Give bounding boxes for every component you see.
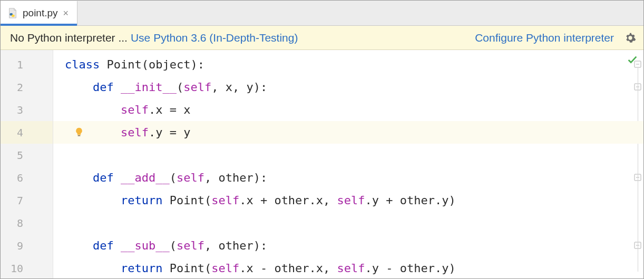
code-token: .x = x: [149, 103, 190, 116]
gutter: 12345678910: [1, 50, 53, 279]
line-number: 8: [11, 217, 23, 230]
code-token: return: [121, 194, 170, 207]
gutter-line: 9: [1, 234, 53, 257]
intention-bulb-icon[interactable]: [73, 126, 85, 138]
tab-bar: point.py ×: [1, 1, 643, 26]
code-token: [65, 171, 93, 184]
code-token: (: [177, 81, 183, 94]
code-token: Point(: [170, 194, 211, 207]
code-line[interactable]: class Point(object):: [65, 53, 643, 76]
code-token: return: [121, 262, 170, 275]
line-number: 3: [11, 104, 23, 116]
python-file-icon: [7, 7, 18, 19]
gear-icon[interactable]: [625, 32, 636, 44]
code-token: self: [211, 262, 239, 275]
code-token: [65, 239, 93, 252]
code-line[interactable]: def __init__(self, x, y):: [65, 76, 643, 98]
line-number: 2: [11, 81, 23, 94]
code-token: .x - other.x,: [239, 262, 337, 275]
code-token: __init__: [121, 81, 177, 94]
code-token: self: [183, 81, 211, 94]
close-icon[interactable]: ×: [62, 8, 70, 19]
gutter-line: 3: [1, 98, 53, 121]
code-token: [65, 81, 93, 94]
gutter-line: 6: [1, 166, 53, 189]
line-number: 1: [11, 58, 23, 71]
code-editor[interactable]: 12345678910 class Point(object): def __i…: [1, 50, 643, 279]
code-token: .y - other.y): [365, 262, 456, 275]
code-token: .y = y: [149, 126, 190, 139]
tab-point-py[interactable]: point.py ×: [1, 1, 77, 25]
code-token: self: [121, 103, 149, 116]
code-token: , other):: [204, 171, 267, 184]
code-token: .y + other.y): [365, 194, 456, 207]
code-token: , other):: [204, 239, 267, 252]
gutter-line: 10: [1, 257, 53, 279]
code-token: .x + other.x,: [239, 194, 337, 207]
code-token: [65, 103, 121, 116]
code-line[interactable]: return Point(self.x + other.x, self.y + …: [65, 189, 643, 212]
code-area[interactable]: class Point(object): def __init__(self, …: [53, 50, 643, 279]
line-number: 7: [11, 194, 23, 207]
gutter-line: 4: [1, 121, 53, 144]
code-line[interactable]: self.y = y: [53, 121, 643, 144]
code-token: self: [177, 239, 204, 252]
code-token: Point(object):: [106, 58, 204, 71]
gutter-line: 7: [1, 189, 53, 212]
code-token: [65, 194, 121, 207]
code-line[interactable]: def __add__(self, other):: [65, 166, 643, 189]
code-token: self: [337, 262, 365, 275]
code-line[interactable]: [65, 144, 643, 166]
configure-interpreter-link[interactable]: Configure Python interpreter: [475, 32, 614, 44]
code-line[interactable]: def __sub__(self, other):: [65, 234, 643, 257]
code-token: __add__: [121, 171, 170, 184]
code-token: [65, 262, 121, 275]
code-line[interactable]: [65, 212, 643, 234]
line-number: 4: [11, 126, 23, 139]
code-token: (: [170, 239, 177, 252]
gutter-line: 8: [1, 212, 53, 234]
gutter-line: 5: [1, 144, 53, 166]
use-python-link[interactable]: Use Python 3.6 (In-Depth-Testing): [131, 32, 298, 44]
line-number: 5: [11, 149, 23, 162]
check-icon: [627, 54, 638, 68]
svg-rect-12: [78, 135, 81, 136]
notice-text: No Python interpreter ...: [10, 32, 128, 44]
code-token: (: [170, 171, 177, 184]
code-token: def: [93, 239, 121, 252]
code-token: self: [121, 126, 149, 139]
gutter-line: 2: [1, 76, 53, 98]
interpreter-notice-bar: No Python interpreter ... Use Python 3.6…: [1, 26, 643, 50]
code-token: Point(: [170, 262, 211, 275]
code-token: __sub__: [121, 239, 170, 252]
code-token: self: [211, 194, 239, 207]
code-token: self: [177, 171, 204, 184]
code-token: def: [93, 171, 121, 184]
code-token: , x, y):: [211, 81, 267, 94]
line-number: 10: [11, 262, 23, 275]
line-number: 6: [11, 172, 23, 184]
code-token: class: [65, 58, 106, 71]
code-token: def: [93, 81, 121, 94]
line-number: 9: [11, 240, 23, 252]
code-line[interactable]: self.x = x: [65, 98, 643, 121]
code-line[interactable]: return Point(self.x - other.x, self.y - …: [65, 257, 643, 279]
svg-rect-1: [12, 15, 15, 17]
gutter-line: 1: [1, 53, 53, 76]
tab-label: point.py: [23, 7, 58, 19]
code-token: self: [337, 194, 365, 207]
